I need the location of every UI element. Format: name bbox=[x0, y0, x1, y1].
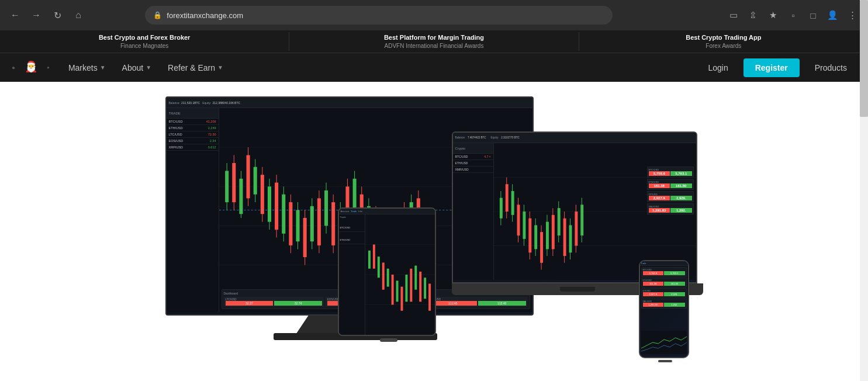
pair-ethusd[interactable]: ETH/USD 2,249 bbox=[167, 125, 219, 131]
tablet-home-button[interactable] bbox=[380, 338, 397, 342]
phone-trading-screen: Trade BTC/USD 5,758.8 5,763.1 bbox=[640, 261, 688, 357]
ticker-source-3: Forex Awards bbox=[706, 42, 741, 50]
svg-rect-74 bbox=[523, 212, 525, 239]
phone: Trade BTC/USD 5,758.8 5,763.1 bbox=[639, 260, 691, 365]
menu-button[interactable]: ⋮ bbox=[845, 7, 861, 23]
phone-gt-buy: 2,929. bbox=[664, 292, 685, 296]
laptop-pair-xmr[interactable]: XMR/USD bbox=[453, 167, 493, 173]
pair-btcusd[interactable]: BTC/USD 41,209 bbox=[167, 119, 219, 125]
phone-eth-buy: 161.80 bbox=[664, 282, 685, 286]
back-button[interactable]: ← bbox=[7, 7, 23, 23]
refresh-button[interactable]: ↻ bbox=[49, 7, 65, 23]
profile-button[interactable]: 👤 bbox=[825, 7, 841, 23]
phone-widget-1-prices: 5,758.8 5,763.1 bbox=[643, 271, 685, 275]
phone-eth-sell: 161.38 bbox=[643, 282, 664, 286]
svg-rect-108 bbox=[405, 275, 407, 302]
balance-item: Balance: 211,520.1BTC bbox=[169, 101, 200, 105]
svg-rect-86 bbox=[557, 208, 560, 235]
svg-rect-111 bbox=[419, 272, 421, 302]
nav-about[interactable]: About ▼ bbox=[115, 58, 159, 77]
phone-widget-2-prices: 161.38 161.80 bbox=[643, 282, 685, 286]
laptop-pair-btcusd[interactable]: BTC/USD 4.7 > bbox=[453, 154, 493, 160]
laptop-info-bar: Balance: 7.4674422 BTC Equity: 2.3102770… bbox=[453, 133, 696, 143]
svg-rect-82 bbox=[545, 222, 548, 250]
svg-rect-107 bbox=[400, 287, 403, 311]
laptop-gt-buy: 2,929. bbox=[670, 196, 692, 200]
phone-btc-buy: 5,763.1 bbox=[664, 271, 685, 275]
products-button[interactable]: Products bbox=[805, 60, 856, 76]
christmas-hat-icon: 🎅 bbox=[25, 60, 37, 73]
phone-xau-buy: 1,292. bbox=[664, 303, 685, 307]
dot-left: ● bbox=[12, 64, 15, 71]
devices-container: Balance: 211,520.1BTC Equity: 212,388040… bbox=[165, 96, 703, 381]
phone-widget-4: XAU/USD 1,291.83 1,292. bbox=[641, 299, 687, 309]
ltcusd-sell: 32.37 bbox=[226, 301, 274, 306]
phone-chart-svg bbox=[641, 331, 687, 354]
ticker-content: Best Crypto and Forex Broker Finance Mag… bbox=[0, 32, 868, 50]
home-button[interactable]: ⌂ bbox=[70, 7, 87, 23]
equity-label: Equity: bbox=[202, 101, 211, 105]
nav-refer-earn[interactable]: Refer & Earn ▼ bbox=[161, 58, 230, 77]
phone-widget-1: BTC/USD 5,758.8 5,763.1 bbox=[641, 267, 687, 277]
ltcusd-buy: 32.74 bbox=[274, 301, 322, 306]
phone-home-button[interactable] bbox=[658, 360, 672, 362]
laptop-equity-val: 2.3102770 BTC bbox=[501, 136, 520, 139]
pair-ltcusd[interactable]: LTC/USD 72.30 bbox=[167, 131, 219, 138]
laptop-equity-label: Equity: bbox=[491, 136, 499, 139]
balance-value: 211,520.1BTC bbox=[181, 101, 200, 105]
bookmark-button[interactable]: ★ bbox=[765, 7, 781, 23]
ticker-item-1: Best Crypto and Forex Broker Finance Mag… bbox=[0, 32, 289, 50]
share-button[interactable]: ⇫ bbox=[745, 7, 762, 23]
laptop-pair-ethusd[interactable]: ETH/USD bbox=[453, 160, 493, 167]
svg-rect-92 bbox=[575, 212, 577, 246]
svg-rect-114 bbox=[641, 331, 687, 354]
tablet-pair-1[interactable]: BTC/USD bbox=[339, 220, 365, 232]
laptop-btc-sell: 5,758.8 bbox=[649, 171, 670, 176]
ticker-item-3: Best Crypto Trading App Forex Awards bbox=[579, 32, 868, 50]
phone-header: Trade bbox=[640, 261, 688, 266]
laptop-trade-body: Crypto BTC/USD 4.7 > ETH/USD bbox=[453, 143, 696, 280]
nav-markets[interactable]: Markets ▼ bbox=[61, 58, 113, 77]
browser-actions: ▭ ⇫ ★ ▫ □ 👤 ⋮ bbox=[725, 7, 861, 23]
cast-button[interactable]: ▭ bbox=[725, 7, 742, 23]
url-text: forextitanxchange.com bbox=[167, 11, 243, 20]
ticker-award-3: Best Crypto Trading App bbox=[686, 33, 761, 41]
nav-right: Login Register Products bbox=[698, 58, 856, 77]
ticker-item-2: Best Platform for Margin Trading ADVFN I… bbox=[289, 32, 579, 50]
tab-button[interactable]: □ bbox=[805, 7, 821, 23]
phone-screen: Trade BTC/USD 5,758.8 5,763.1 bbox=[639, 260, 689, 358]
ticker-award-2: Best Platform for Margin Trading bbox=[384, 33, 484, 41]
laptop-widget-4-prices: 1,291.83 1,292. bbox=[649, 208, 692, 213]
login-button[interactable]: Login bbox=[698, 60, 737, 76]
tablet-account-tab: Account bbox=[341, 210, 349, 213]
nav-menu: Markets ▼ About ▼ Refer & Earn ▼ bbox=[61, 58, 699, 77]
phone-mini-chart bbox=[641, 331, 687, 354]
svg-rect-103 bbox=[382, 262, 384, 289]
pair-xrpusd[interactable]: XRP/USD 0.612 bbox=[167, 144, 219, 151]
tablet-trading-screen: Account Trade Info Trade BTC/USD bbox=[339, 209, 435, 335]
tablet-pair-2[interactable]: ETH/USD bbox=[339, 232, 365, 244]
scrollbar-area bbox=[860, 0, 868, 381]
tablet-pair-1-name: BTC/USD bbox=[340, 226, 351, 229]
widget-ltcusd: LTC/USD 32.37 32.74 bbox=[224, 297, 324, 307]
laptop-sidebar: Crypto BTC/USD 4.7 > ETH/USD bbox=[453, 143, 494, 280]
laptop-widget-3-prices: 2,927.9 2,929. bbox=[649, 196, 692, 200]
scrollbar-thumb[interactable] bbox=[860, 0, 868, 117]
pair-eosusd[interactable]: EOS/USD 2.34 bbox=[167, 138, 219, 144]
laptop-widget-2-prices: 161.38 161.80 bbox=[649, 183, 692, 188]
address-bar[interactable]: 🔒 forextitanxchange.com bbox=[145, 6, 613, 25]
svg-rect-68 bbox=[505, 184, 508, 212]
forward-button[interactable]: → bbox=[28, 7, 44, 23]
ticker-source-2: ADVFN International Financial Awards bbox=[385, 42, 484, 50]
register-button[interactable]: Register bbox=[743, 58, 800, 77]
extensions-button[interactable]: ▫ bbox=[785, 7, 801, 23]
svg-rect-112 bbox=[424, 278, 426, 299]
phone-content: BTC/USD 5,758.8 5,763.1 ETH/USD 161.38 bbox=[640, 266, 688, 310]
phone-header-text: Trade bbox=[641, 262, 646, 265]
laptop-eth-sell: 161.38 bbox=[649, 183, 670, 188]
tablet-sidebar: Trade BTC/USD ETH/USD bbox=[339, 214, 365, 335]
ticker-award-1: Best Crypto and Forex Broker bbox=[99, 33, 190, 41]
phone-widget-2: ETH/USD 161.38 161.80 bbox=[641, 278, 687, 288]
monitor-sidebar: TRADE BTC/USD 41,209 ETH/USD 2,249 bbox=[167, 108, 219, 312]
laptop-balance-label: Balance: bbox=[455, 136, 466, 139]
